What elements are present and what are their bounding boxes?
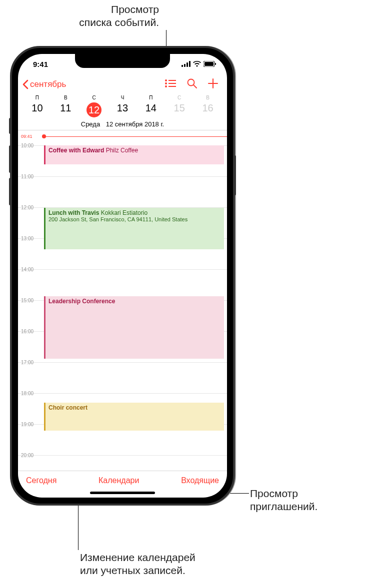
svg-rect-10 (168, 83, 176, 84)
event-title: Coffee with Edward (48, 147, 104, 154)
event-title: Choir concert (48, 404, 88, 411)
event-title: Leadership Conference (48, 298, 115, 305)
weekday-label: С (80, 95, 108, 100)
svg-point-7 (165, 79, 167, 81)
add-event-button[interactable] (208, 78, 218, 90)
callout-bottom: Изменение календарей или учетных записей… (80, 551, 196, 578)
day-schedule[interactable]: 10:0011:0012:0013:0014:0015:0016:0017:00… (18, 130, 227, 471)
hour-label: 20:00 (21, 453, 34, 458)
weekday-label: В (52, 95, 80, 100)
event-title: Lunch with Travis (48, 209, 99, 216)
now-indicator-line (42, 136, 227, 137)
weekday-label: С (165, 95, 194, 100)
hour-line (18, 455, 227, 456)
list-icon (165, 79, 176, 88)
svg-rect-1 (184, 64, 186, 67)
now-indicator-label: 09:41 (21, 134, 32, 139)
calendar-event[interactable]: Coffee with Edward Philz Coffee (44, 145, 224, 164)
svg-point-9 (165, 82, 167, 84)
search-button[interactable] (187, 78, 197, 90)
day-number[interactable]: 12 (80, 102, 108, 117)
cellular-icon (182, 61, 190, 67)
hour-label: 11:00 (21, 174, 34, 179)
wifi-icon (193, 61, 201, 67)
hour-label: 16:00 (21, 329, 34, 334)
mute-switch (9, 118, 12, 134)
now-indicator-dot (42, 134, 46, 138)
nav-bar: сентябрь (18, 74, 227, 95)
svg-rect-2 (186, 62, 188, 67)
plus-icon (208, 78, 218, 88)
hour-label: 14:00 (21, 267, 34, 272)
notch (75, 54, 170, 68)
current-date: 12 сентября 2018 г. (106, 120, 164, 128)
event-address: 200 Jackson St, San Francisco, CA 94111,… (48, 216, 221, 222)
event-location: Kokkari Estiatorio (101, 209, 148, 216)
hour-label: 18:00 (21, 391, 34, 396)
calendar-event[interactable]: Lunch with Travis Kokkari Estiatorio200 … (44, 208, 224, 249)
day-number[interactable]: 11 (52, 102, 80, 117)
day-number[interactable]: 13 (108, 102, 137, 117)
hour-label: 13:00 (21, 236, 34, 241)
callout-top: Просмотр списка событий. (44, 3, 159, 29)
day-number[interactable]: 10 (23, 102, 52, 117)
svg-rect-5 (204, 62, 214, 66)
search-icon (187, 78, 197, 88)
day-number[interactable]: 14 (136, 102, 165, 117)
svg-rect-6 (215, 63, 216, 65)
phone-frame: 9:41 сентябрь (10, 46, 235, 506)
volume-down-button (9, 178, 12, 205)
calendars-button[interactable]: Календари (98, 476, 139, 485)
back-button[interactable]: сентябрь (22, 79, 165, 89)
status-time: 9:41 (33, 60, 48, 68)
hour-line (18, 269, 227, 270)
hour-label: 19:00 (21, 422, 34, 427)
svg-rect-8 (168, 80, 176, 81)
inbox-button[interactable]: Входящие (181, 476, 219, 485)
status-right (182, 61, 216, 67)
weekday-label: П (23, 95, 52, 100)
hour-label: 10:00 (21, 143, 34, 148)
callout-right: Просмотр приглашений. (250, 487, 318, 514)
today-button[interactable]: Сегодня (26, 476, 56, 485)
hour-line (18, 393, 227, 394)
calendar-event[interactable]: Leadership Conference (44, 296, 224, 359)
hour-line (18, 176, 227, 177)
current-date-label: Среда 12 сентября 2018 г. (23, 120, 222, 128)
hour-label: 15:00 (21, 298, 34, 303)
list-view-button[interactable] (165, 79, 176, 90)
hour-line (18, 362, 227, 363)
battery-icon (204, 61, 216, 67)
callout-line (78, 550, 78, 550)
hour-label: 12:00 (21, 205, 34, 210)
svg-rect-3 (189, 61, 190, 67)
volume-up-button (9, 145, 12, 173)
svg-line-14 (194, 85, 196, 88)
back-label: сентябрь (30, 79, 66, 89)
svg-rect-0 (182, 65, 183, 67)
week-bar: ПВСЧПСВ 10111213141516 Среда 12 сентября… (18, 95, 227, 130)
chevron-left-icon (22, 79, 29, 89)
day-number[interactable]: 16 (194, 102, 222, 117)
weekday-label: В (194, 95, 222, 100)
weekday-label: П (136, 95, 165, 100)
current-dow: Среда (81, 120, 100, 128)
day-number[interactable]: 15 (165, 102, 194, 117)
weekday-label: Ч (108, 95, 137, 100)
event-location: Philz Coffee (106, 147, 138, 154)
home-indicator[interactable] (90, 492, 155, 494)
svg-point-11 (165, 85, 167, 87)
power-button (234, 155, 236, 195)
hour-label: 17:00 (21, 360, 34, 365)
screen: 9:41 сентябрь (18, 54, 227, 498)
svg-rect-12 (168, 86, 176, 87)
calendar-event[interactable]: Choir concert (44, 403, 224, 431)
